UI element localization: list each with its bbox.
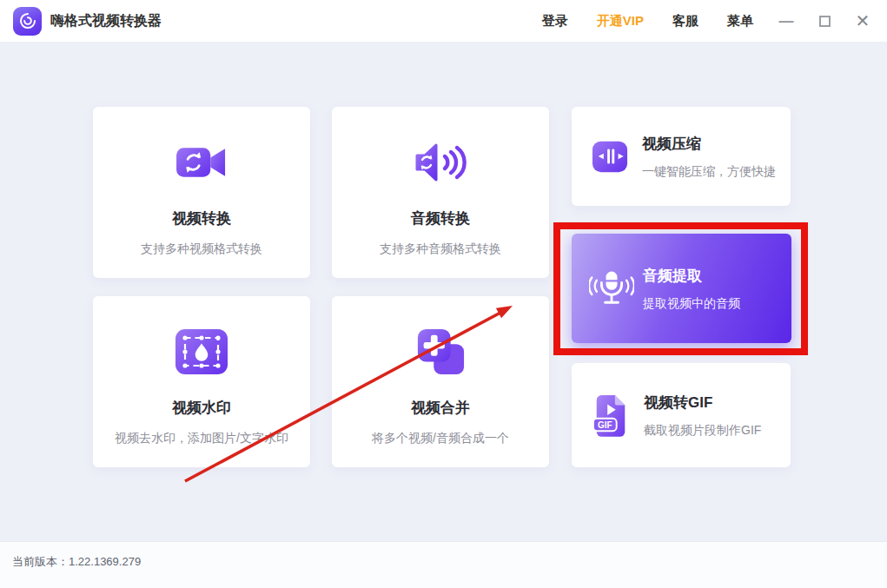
video-merge-icon [414,326,467,378]
topbar-menu: 登录 开通VIP 客服 菜单 [542,13,753,30]
login-button[interactable]: 登录 [542,13,568,30]
audio-extract-mic-icon [589,268,634,309]
app-title: 嗨格式视频转换器 [50,12,162,30]
open-vip-button[interactable]: 开通VIP [597,13,644,30]
card-title: 音频提取 [643,266,740,286]
app-logo-icon [13,7,42,36]
title-bar: 嗨格式视频转换器 登录 开通VIP 客服 菜单 — ✕ [0,0,887,42]
feature-card-video-convert[interactable]: 视频转换 支持多种视频格式转换 [93,107,310,278]
card-title: 音频转换 [411,208,470,228]
feature-card-video-watermark[interactable]: 视频水印 视频去水印，添加图片/文字水印 [93,296,310,467]
maximize-icon [819,16,831,27]
card-title: 视频水印 [172,398,231,418]
feature-card-audio-extract[interactable]: 音频提取 提取视频中的音频 [572,234,791,343]
gif-badge-label: GIF [598,420,612,430]
menu-button[interactable]: 菜单 [727,13,753,30]
feature-card-video-compress[interactable]: 视频压缩 一键智能压缩，方便快捷 [572,107,791,206]
close-button[interactable]: ✕ [854,12,871,30]
card-title: 视频转换 [172,208,231,228]
customer-service-button[interactable]: 客服 [672,13,698,30]
maximize-button[interactable] [816,12,833,30]
feature-card-audio-convert[interactable]: 音频转换 支持多种音频格式转换 [332,107,549,278]
card-subtitle: 将多个视频/音频合成一个 [372,431,509,446]
video-watermark-icon [174,326,229,378]
card-subtitle: 截取视频片段制作GIF [644,423,761,439]
video-convert-icon [173,136,230,188]
card-title: 视频合并 [411,398,470,418]
card-title: 视频压缩 [642,134,776,154]
feature-card-video-to-gif[interactable]: GIF 视频转GIF 截取视频片段制作GIF [572,363,791,467]
card-subtitle: 支持多种音频格式转换 [380,241,501,257]
feature-card-video-merge[interactable]: 视频合并 将多个视频/音频合成一个 [332,296,549,467]
video-to-gif-icon: GIF [592,393,630,437]
window-controls: — ✕ [778,12,871,30]
card-subtitle: 提取视频中的音频 [643,296,740,312]
card-subtitle: 一键智能压缩，方便快捷 [642,164,776,180]
card-subtitle: 支持多种视频格式转换 [141,241,262,257]
version-label: 当前版本：1.22.1369.279 [12,554,141,570]
feature-grid: 视频转换 支持多种视频格式转换 音频转换 [0,42,887,541]
audio-convert-icon [414,136,467,188]
status-bar: 当前版本：1.22.1369.279 [0,541,887,588]
card-subtitle: 视频去水印，添加图片/文字水印 [115,431,288,446]
card-title: 视频转GIF [644,393,761,413]
video-compress-icon [592,138,628,175]
minimize-button[interactable]: — [778,12,795,30]
